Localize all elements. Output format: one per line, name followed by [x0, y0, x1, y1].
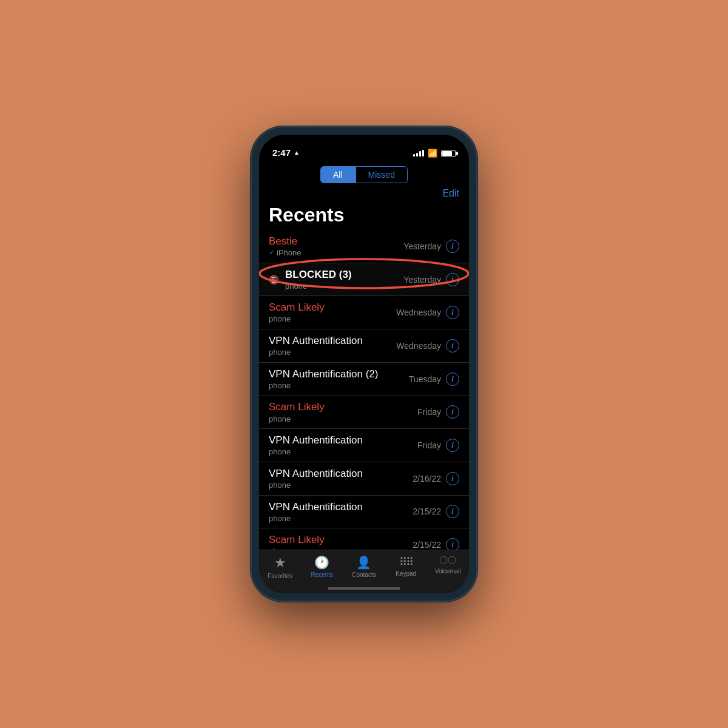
favorites-label: Favorites	[268, 573, 292, 579]
page-title: Recents	[259, 199, 469, 230]
call-sub-vpn-5: phone	[269, 514, 413, 524]
call-item-vpn-1: VPN Authentification phone Wednesday i	[259, 329, 469, 363]
phone-screen: 2:47 ▲ 📶	[259, 135, 469, 593]
call-date-scam-fri: Friday	[417, 407, 441, 417]
location-icon: ▲	[294, 149, 300, 156]
info-button-bestie[interactable]: i	[446, 240, 459, 253]
info-button-scam-fri[interactable]: i	[446, 405, 459, 419]
call-sub-blocked: phone	[285, 281, 403, 291]
call-item-scam-fri: Scam Likely phone Friday i	[259, 396, 469, 429]
call-name-scam-wed: Scam Likely	[269, 301, 396, 314]
call-sub-bestie: ✓ iPhone	[269, 248, 403, 258]
phone-device: 2:47 ▲ 📶	[252, 127, 476, 601]
nav-row: Edit	[259, 186, 469, 199]
wifi-icon: 📶	[428, 149, 437, 158]
recents-label: Recents	[311, 571, 333, 578]
tab-contacts[interactable]: 👤 Contacts	[346, 555, 382, 578]
call-sub-scam-fri: phone	[269, 414, 417, 424]
info-button-vpn-3[interactable]: i	[446, 439, 459, 452]
info-button-blocked[interactable]: i	[446, 273, 459, 286]
tab-bar: ★ Favorites 🕐 Recents 👤 Contacts ⠿⠿ Keyp…	[259, 550, 469, 593]
call-name-blocked: BLOCKED (3)	[285, 268, 403, 281]
status-time: 2:47 ▲	[272, 147, 300, 158]
contacts-icon: 👤	[356, 555, 371, 570]
call-date-vpn-2: Tuesday	[409, 374, 441, 384]
call-sub-vpn-3: phone	[269, 447, 417, 457]
home-indicator	[328, 587, 400, 590]
contacts-label: Contacts	[352, 571, 376, 578]
call-item-vpn-4: VPN Authentification phone 2/16/22 i	[259, 462, 469, 496]
call-name-vpn-4: VPN Authentification	[269, 467, 413, 480]
tab-keypad[interactable]: ⠿⠿ Keypad	[388, 555, 424, 577]
call-date-scam-wed: Wednesday	[396, 308, 441, 317]
notch	[318, 135, 410, 152]
call-item-vpn-5: VPN Authentification phone 2/15/22 i	[259, 496, 469, 529]
call-name-scam-215: Scam Likely	[269, 533, 413, 547]
recents-icon: 🕐	[314, 555, 329, 570]
call-name-vpn-1: VPN Authentification	[269, 334, 396, 348]
phone-body: 2:47 ▲ 📶	[252, 127, 476, 601]
call-item-vpn-2: VPN Authentification (2) phone Tuesday i	[259, 363, 469, 396]
info-button-vpn-4[interactable]: i	[446, 472, 459, 485]
missed-tab[interactable]: Missed	[356, 166, 408, 183]
info-button-vpn-1[interactable]: i	[446, 339, 459, 352]
call-item-vpn-3: VPN Authentification phone Friday i	[259, 429, 469, 462]
edit-button[interactable]: Edit	[442, 188, 459, 199]
battery-icon	[441, 150, 456, 157]
info-button-scam-215[interactable]: i	[446, 538, 459, 550]
segment-control: All Missed	[259, 161, 469, 186]
call-item-scam-215: Scam Likely phone 2/15/22 i	[259, 528, 469, 550]
info-button-vpn-2[interactable]: i	[446, 372, 459, 386]
call-date-blocked: Yesterday	[403, 275, 441, 285]
call-item-blocked: 📵 BLOCKED (3) phone Yesterday i	[259, 263, 469, 297]
call-date-scam-215: 2/15/22	[413, 540, 441, 550]
voicemail-label: Voicemail	[435, 568, 461, 575]
call-item-scam-wed: Scam Likely phone Wednesday i	[259, 296, 469, 329]
tab-favorites[interactable]: ★ Favorites	[262, 555, 298, 579]
call-name-bestie: Bestie	[269, 235, 403, 248]
info-button-vpn-5[interactable]: i	[446, 505, 459, 518]
call-sub-scam-wed: phone	[269, 314, 396, 324]
favorites-icon: ★	[274, 555, 286, 571]
call-sub-vpn-4: phone	[269, 480, 413, 490]
status-icons: 📶	[413, 149, 456, 158]
call-date-bestie: Yesterday	[403, 241, 441, 251]
info-button-scam-wed[interactable]: i	[446, 306, 459, 319]
signal-bars	[413, 150, 424, 157]
page-background: 2:47 ▲ 📶	[0, 0, 728, 728]
checkmark-icon: ✓	[269, 249, 274, 257]
voicemail-icon: 〇〇	[439, 555, 456, 566]
call-name-vpn-3: VPN Authentification	[269, 434, 417, 447]
blocked-phone-icon: 📵	[269, 275, 279, 285]
tab-recents[interactable]: 🕐 Recents	[304, 555, 340, 578]
call-name-scam-fri: Scam Likely	[269, 400, 417, 414]
call-date-vpn-3: Friday	[417, 440, 441, 450]
call-list: Bestie ✓ iPhone Yesterday i	[259, 230, 469, 550]
call-name-vpn-2: VPN Authentification (2)	[269, 368, 409, 381]
call-date-vpn-1: Wednesday	[396, 341, 441, 351]
call-date-vpn-5: 2/15/22	[413, 507, 441, 516]
call-sub-vpn-1: phone	[269, 348, 396, 357]
call-date-vpn-4: 2/16/22	[413, 474, 441, 484]
all-tab[interactable]: All	[320, 166, 356, 183]
call-name-vpn-5: VPN Authentification	[269, 500, 413, 514]
call-sub-vpn-2: phone	[269, 381, 409, 391]
keypad-icon: ⠿⠿	[399, 555, 413, 568]
keypad-label: Keypad	[396, 570, 416, 577]
tab-voicemail[interactable]: 〇〇 Voicemail	[430, 555, 466, 575]
call-item-bestie: Bestie ✓ iPhone Yesterday i	[259, 230, 469, 263]
